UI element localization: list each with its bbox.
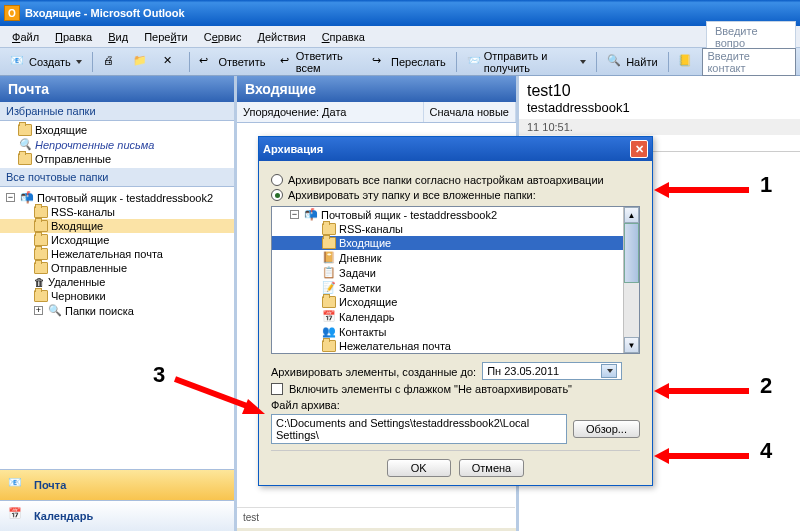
fav-sent[interactable]: Отправленные <box>0 152 234 166</box>
outlook-icon: O <box>4 5 20 21</box>
before-date-combo[interactable]: Пн 23.05.2011 <box>482 362 622 380</box>
folder-junk[interactable]: Нежелательная почта <box>0 247 234 261</box>
addressbook-button[interactable]: 📒 <box>672 51 700 73</box>
message-date: 11 10:51. <box>519 119 800 135</box>
print-button[interactable]: 🖨 <box>97 51 125 73</box>
junk-icon <box>322 340 336 352</box>
move-button[interactable]: 📁 <box>127 51 155 73</box>
fav-unread[interactable]: 🔍Непрочтенные письма <box>0 137 234 152</box>
scroll-down-icon[interactable]: ▼ <box>624 337 639 353</box>
sort-header[interactable]: Упорядочение: Дата Сначала новые <box>237 102 516 123</box>
find-button[interactable]: 🔍Найти <box>601 51 663 73</box>
rss-icon <box>34 206 48 218</box>
navigation-pane: Почта Избранные папки Входящие 🔍Непрочте… <box>0 76 234 531</box>
collapse-icon[interactable]: − <box>290 210 299 219</box>
mail-icon: 📧 <box>10 54 26 70</box>
fav-inbox[interactable]: Входящие <box>0 123 234 137</box>
menu-goto[interactable]: Перейти <box>136 28 196 46</box>
folder-move-icon: 📁 <box>133 54 149 70</box>
folder-outbox[interactable]: Исходящие <box>0 233 234 247</box>
rss-icon <box>322 223 336 235</box>
browse-button[interactable]: Обзор... <box>573 420 640 438</box>
toolbar: 📧Создать 🖨 📁 ✕ ↩Ответить ↩Ответить всем … <box>0 48 800 76</box>
message-from: testaddressbook1 <box>519 100 800 119</box>
dlg-folder-inbox[interactable]: Входящие <box>272 236 639 250</box>
window-title: Входящие - Microsoft Outlook <box>25 7 185 19</box>
dlg-folder-notes[interactable]: 📝Заметки <box>272 280 639 295</box>
folder-tree[interactable]: −📬Почтовый ящик - testaddressbook2 RSS-к… <box>271 206 640 354</box>
folder-deleted[interactable]: 🗑Удаленные <box>0 275 234 289</box>
delete-button[interactable]: ✕ <box>157 51 185 73</box>
all-folders-section[interactable]: Все почтовые папки <box>0 168 234 187</box>
nav-calendar-button[interactable]: 📅Календарь <box>0 500 234 531</box>
reply-all-button[interactable]: ↩Ответить всем <box>274 47 365 77</box>
favorites-section[interactable]: Избранные папки <box>0 102 234 121</box>
folder-icon <box>18 153 32 165</box>
calendar-icon: 📅 <box>322 310 336 323</box>
dialog-titlebar[interactable]: Архивация ✕ <box>259 137 652 161</box>
dlg-folder-tasks[interactable]: 📋Задачи <box>272 265 639 280</box>
menu-file[interactable]: ФФайлайл <box>4 28 47 46</box>
inbox-header: Входящие <box>237 76 516 102</box>
scroll-thumb[interactable] <box>624 223 639 283</box>
menu-actions[interactable]: Действия <box>249 28 313 46</box>
print-icon: 🖨 <box>103 54 119 70</box>
menu-help[interactable]: Справка <box>314 28 373 46</box>
menu-edit[interactable]: Правка <box>47 28 100 46</box>
dlg-folder-junk[interactable]: Нежелательная почта <box>272 339 639 353</box>
archive-dialog: Архивация ✕ Архивировать все папки согла… <box>258 136 653 486</box>
send-receive-button[interactable]: 📨Отправить и получить <box>461 47 593 77</box>
cancel-button[interactable]: Отмена <box>459 459 524 477</box>
radio-icon[interactable] <box>271 174 283 186</box>
junk-icon <box>34 248 48 260</box>
list-item[interactable]: test <box>237 507 515 527</box>
mailbox-root[interactable]: −📬Почтовый ящик - testaddressbook2 <box>0 190 234 205</box>
archive-file-input[interactable]: C:\Documents and Settings\testaddressboo… <box>271 414 567 444</box>
reply-button[interactable]: ↩Ответить <box>193 51 271 73</box>
folder-icon <box>34 290 48 302</box>
addressbook-icon: 📒 <box>678 54 694 70</box>
radio-checked-icon[interactable] <box>271 189 283 201</box>
folder-icon <box>34 262 48 274</box>
menu-view[interactable]: Вид <box>100 28 136 46</box>
contact-search-input[interactable]: Введите контакт <box>702 48 796 76</box>
new-button[interactable]: 📧Создать <box>4 51 88 73</box>
folder-icon <box>34 234 48 246</box>
menu-tools[interactable]: Сервис <box>196 28 250 46</box>
dlg-folder-calendar[interactable]: 📅Календарь <box>272 309 639 324</box>
forward-button[interactable]: ↪Переслать <box>366 51 452 73</box>
nav-mail-button[interactable]: 📧Почта <box>0 469 234 500</box>
folder-inbox[interactable]: Входящие <box>0 219 234 233</box>
dlg-folder-journal[interactable]: 📔Дневник <box>272 250 639 265</box>
include-noarchive-checkbox[interactable]: Включить элементы с флажком "Не автоархи… <box>271 383 640 395</box>
folder-icon <box>18 124 32 136</box>
contacts-icon: 👥 <box>322 325 336 338</box>
scrollbar[interactable]: ▲ ▼ <box>623 207 639 353</box>
close-button[interactable]: ✕ <box>630 140 648 158</box>
folder-rss[interactable]: RSS-каналы <box>0 205 234 219</box>
sort-by-label[interactable]: Упорядочение: Дата <box>237 102 424 122</box>
option-archive-this[interactable]: Архивировать эту папку и все вложенные п… <box>271 189 640 201</box>
checkbox-icon[interactable] <box>271 383 283 395</box>
mail-icon: 📧 <box>8 476 28 494</box>
dlg-folder-outbox[interactable]: Исходящие <box>272 295 639 309</box>
message-subject: test10 <box>519 76 800 100</box>
folder-drafts[interactable]: Черновики <box>0 289 234 303</box>
ok-button[interactable]: OK <box>387 459 451 477</box>
before-date-label: Архивировать элементы, созданные до: <box>271 366 476 378</box>
option-archive-all[interactable]: Архивировать все папки согласно настройк… <box>271 174 640 186</box>
reply-all-icon: ↩ <box>280 54 293 70</box>
folder-search[interactable]: +🔍Папки поиска <box>0 303 234 318</box>
folder-sent[interactable]: Отправленные <box>0 261 234 275</box>
dropdown-icon[interactable] <box>601 364 617 378</box>
mailbox-icon: 📬 <box>304 208 318 221</box>
mail-header: Почта <box>0 76 234 102</box>
dlg-mailbox-root[interactable]: −📬Почтовый ящик - testaddressbook2 <box>272 207 639 222</box>
dlg-folder-contacts[interactable]: 👥Контакты <box>272 324 639 339</box>
expand-icon[interactable]: + <box>34 306 43 315</box>
sort-order-label[interactable]: Сначала новые <box>424 102 516 122</box>
reply-icon: ↩ <box>199 54 215 70</box>
scroll-up-icon[interactable]: ▲ <box>624 207 639 223</box>
dlg-folder-rss[interactable]: RSS-каналы <box>272 222 639 236</box>
collapse-icon[interactable]: − <box>6 193 15 202</box>
